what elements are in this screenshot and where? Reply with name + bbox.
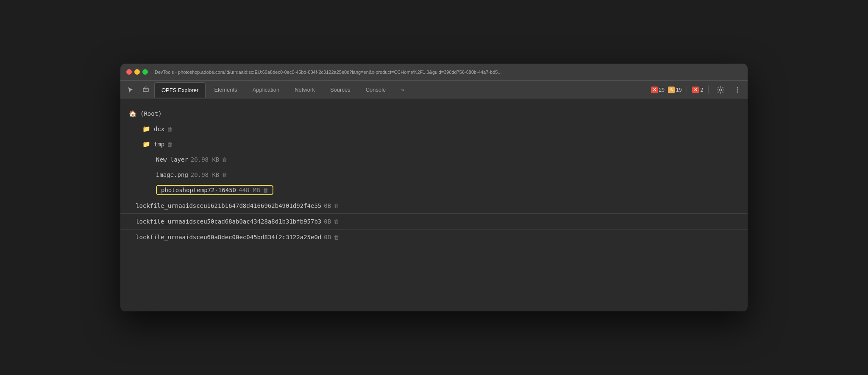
folder-name: tmp [154, 141, 164, 148]
list-item[interactable]: image.png 20.98 KB 🗑 [120, 167, 748, 182]
error-badge[interactable]: ✕ 29 [651, 87, 665, 93]
trash-icon[interactable]: 🗑 [167, 141, 172, 148]
file-name: lockfile_urnaaidsceu60a8dec00ec045bd834f… [136, 234, 321, 241]
folder-icon: 📁 [142, 125, 150, 133]
toolbar-right: ✕ 29 ⚠ 19 ✕ 2 [651, 83, 744, 97]
file-name: New layer [156, 156, 188, 163]
tab-elements[interactable]: Elements [207, 82, 244, 98]
file-tree: 🏠 (Root) 📁 dcx 🗑 📁 tmp 🗑 New layer 20.98… [120, 106, 748, 245]
error-icon: ✕ [651, 87, 658, 93]
file-name: lockfile_urnaaidsceu1621b1647d8d4166962b… [136, 202, 321, 209]
trash-icon[interactable]: 🗑 [222, 172, 227, 178]
traffic-lights [126, 69, 148, 75]
svg-rect-0 [143, 88, 148, 92]
svg-point-2 [720, 89, 722, 91]
house-icon: 🏠 [129, 110, 137, 118]
toolbar: OPFS Explorer Elements Application Netwo… [120, 81, 748, 99]
trash-icon[interactable]: 🗑 [263, 187, 268, 193]
close-button[interactable] [126, 69, 132, 75]
tab-application[interactable]: Application [246, 82, 287, 98]
settings-button[interactable] [714, 83, 727, 97]
trash-icon[interactable]: 🗑 [222, 157, 227, 163]
separator2 [708, 86, 709, 94]
file-name: photoshoptemp72-16450 [161, 187, 236, 193]
error2-icon: ✕ [692, 87, 699, 93]
minimize-button[interactable] [134, 69, 140, 75]
separator [687, 86, 687, 94]
folder-icon: 📁 [142, 140, 150, 148]
file-size: 448 MB [239, 187, 260, 193]
root-label: (Root) [140, 110, 162, 117]
trash-icon[interactable]: 🗑 [334, 234, 339, 241]
tab-network[interactable]: Network [288, 82, 322, 98]
tab-more[interactable]: » [394, 82, 411, 98]
error2-badge[interactable]: ✕ 2 [692, 87, 703, 93]
list-item[interactable]: lockfile_urnaaidsceu50cad68ab0ac43428a8d… [120, 214, 748, 229]
tab-sources[interactable]: Sources [323, 82, 357, 98]
tab-console[interactable]: Console [359, 82, 393, 98]
svg-point-3 [737, 87, 738, 88]
tab-opfs-explorer[interactable]: OPFS Explorer [154, 82, 206, 98]
dock-button[interactable] [139, 83, 153, 97]
file-size: 0B [324, 202, 331, 209]
window-title: DevTools - photoshop.adobe.com/id/urn:aa… [155, 70, 742, 75]
list-item[interactable]: photoshoptemp72-16450 448 MB 🗑 [120, 182, 748, 198]
warning-badge[interactable]: ⚠ 19 [668, 87, 682, 93]
file-size: 0B [324, 234, 331, 241]
file-name: lockfile_urnaaidsceu50cad68ab0ac43428a8d… [136, 218, 321, 225]
more-options-button[interactable] [731, 83, 744, 97]
trash-icon[interactable]: 🗑 [334, 203, 339, 209]
file-size: 20.98 KB [191, 171, 219, 178]
list-item[interactable]: lockfile_urnaaidsceu1621b1647d8d4166962b… [120, 198, 748, 213]
main-content: 🏠 (Root) 📁 dcx 🗑 📁 tmp 🗑 New layer 20.98… [120, 99, 748, 311]
trash-icon[interactable]: 🗑 [334, 218, 339, 225]
file-size: 0B [324, 218, 331, 225]
title-bar: DevTools - photoshop.adobe.com/id/urn:aa… [120, 64, 748, 81]
highlight-box: photoshoptemp72-16450 448 MB 🗑 [156, 185, 273, 195]
svg-point-5 [737, 91, 738, 92]
list-item[interactable]: 📁 dcx 🗑 [120, 121, 748, 137]
file-size: 20.98 KB [191, 156, 219, 163]
list-item[interactable]: lockfile_urnaaidsceu60a8dec00ec045bd834f… [120, 229, 748, 245]
file-name: image.png [156, 171, 188, 178]
warning-icon: ⚠ [668, 87, 675, 93]
svg-point-4 [737, 89, 738, 90]
list-item[interactable]: New layer 20.98 KB 🗑 [120, 152, 748, 167]
cursor-tool-button[interactable] [124, 83, 137, 97]
list-item[interactable]: 📁 tmp 🗑 [120, 137, 748, 152]
trash-icon[interactable]: 🗑 [167, 126, 172, 132]
devtools-window: DevTools - photoshop.adobe.com/id/urn:aa… [120, 64, 748, 311]
folder-name: dcx [154, 126, 164, 132]
tree-root[interactable]: 🏠 (Root) [120, 106, 748, 121]
maximize-button[interactable] [142, 69, 148, 75]
